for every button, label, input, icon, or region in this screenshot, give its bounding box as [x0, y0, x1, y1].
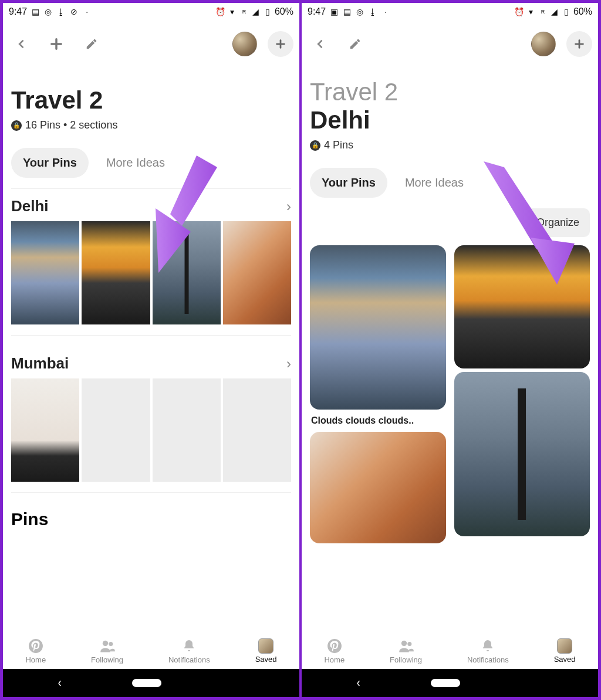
status-left: 9:47 ▣ ▤ ◎ ⭳ ·	[308, 6, 390, 17]
screenshot-right: 9:47 ▣ ▤ ◎ ⭳ · ⏰ ▾ R ◢ ▯ 60% Travel 2	[301, 2, 599, 698]
svg-point-15	[407, 642, 411, 646]
board-meta: 🔒 16 Pins • 2 sections	[11, 119, 291, 131]
svg-marker-11	[484, 161, 554, 249]
new-collaborator-button[interactable]	[566, 31, 592, 57]
nav-saved[interactable]: Saved	[554, 638, 576, 664]
system-nav: ‹	[3, 669, 299, 697]
board-meta-text: 16 Pins • 2 sections	[25, 119, 117, 131]
content-area: Travel 2 🔒 16 Pins • 2 sections Your Pin…	[3, 67, 299, 634]
nav-following[interactable]: Following	[390, 638, 422, 664]
bottom-nav: Home Following Notifications Saved	[302, 634, 598, 669]
system-home-pill[interactable]	[132, 679, 161, 687]
thumb-dress[interactable]	[11, 378, 79, 482]
screenshot-left: 9:47 ▤ ◎ ⭳ ⊘ · ⏰ ▾ R ◢ ▯ 60%	[2, 2, 300, 698]
nav-notifications[interactable]: Notifications	[168, 638, 210, 664]
nav-following-label: Following	[91, 655, 123, 664]
nav-home-label: Home	[324, 655, 345, 664]
nav-avatar-icon	[258, 638, 274, 654]
nav-notifications[interactable]: Notifications	[467, 638, 509, 664]
pin-image[interactable]	[310, 245, 446, 410]
svg-point-14	[401, 641, 406, 646]
pin-image[interactable]	[454, 372, 590, 536]
add-button[interactable]	[44, 32, 69, 56]
nav-saved-label: Saved	[255, 655, 277, 664]
svg-marker-12	[531, 238, 575, 285]
tab-more-ideas[interactable]: More Ideas	[393, 168, 475, 198]
battery-icon: ▯	[263, 7, 272, 16]
section-delhi-title: Delhi	[11, 197, 49, 215]
people-icon	[99, 638, 116, 654]
nav-avatar-icon	[557, 638, 572, 654]
section-mumbai-title: Mumbai	[11, 354, 69, 373]
edit-button[interactable]	[79, 32, 104, 56]
nav-saved[interactable]: Saved	[255, 638, 277, 664]
alarm-icon: ⏰	[515, 7, 524, 16]
dot-icon: ·	[82, 7, 92, 16]
new-collaborator-button[interactable]	[268, 31, 293, 57]
nav-notifications-label: Notifications	[467, 655, 509, 664]
section-mumbai[interactable]: Mumbai ›	[11, 346, 291, 378]
avatar[interactable]	[232, 32, 257, 56]
status-bar: 9:47 ▤ ◎ ⭳ ⊘ · ⏰ ▾ R ◢ ▯ 60%	[3, 3, 299, 21]
status-time: 9:47	[308, 6, 326, 17]
system-back-icon[interactable]: ‹	[58, 675, 62, 691]
system-home-pill[interactable]	[431, 679, 460, 687]
lock-icon: 🔒	[11, 120, 22, 131]
wifi-icon: ▾	[526, 7, 536, 16]
mumbai-thumbs[interactable]	[11, 378, 291, 493]
status-left: 9:47 ▤ ◎ ⭳ ⊘ ·	[9, 6, 92, 17]
pin-image[interactable]	[310, 432, 446, 543]
nav-saved-label: Saved	[554, 655, 576, 664]
section-meta: 🔒 4 Pins	[310, 139, 590, 151]
dot-icon: ·	[381, 7, 390, 16]
tab-your-pins[interactable]: Your Pins	[11, 148, 89, 178]
svg-marker-4	[170, 155, 217, 226]
download-icon: ⭳	[368, 7, 377, 16]
avatar[interactable]	[531, 32, 556, 56]
system-back-icon[interactable]: ‹	[357, 675, 360, 691]
thumb-placeholder[interactable]	[153, 378, 221, 482]
roaming-label: R	[538, 7, 548, 16]
bell-icon	[181, 638, 197, 654]
nav-home[interactable]: Home	[25, 638, 46, 664]
back-button[interactable]	[9, 32, 33, 56]
tab-your-pins[interactable]: Your Pins	[310, 168, 387, 198]
thumb-placeholder[interactable]	[223, 378, 291, 482]
content-area: Travel 2 Delhi 🔒 4 Pins Your Pins More I…	[302, 67, 598, 634]
annotation-arrow	[478, 161, 583, 290]
nav-home-label: Home	[25, 655, 46, 664]
svg-point-7	[102, 641, 107, 646]
nav-notifications-label: Notifications	[168, 655, 210, 664]
nav-home[interactable]: Home	[324, 638, 345, 664]
section-title: Delhi	[310, 106, 590, 134]
back-button[interactable]	[308, 32, 332, 56]
status-right: ⏰ ▾ R ◢ ▯ 60%	[216, 6, 293, 17]
thumb-woman[interactable]	[223, 221, 291, 324]
toolbar	[3, 21, 299, 67]
alarm-icon: ⏰	[216, 7, 225, 16]
battery-text: 60%	[275, 6, 293, 17]
pinterest-icon	[28, 638, 44, 654]
battery-icon: ▯	[562, 7, 571, 16]
doc-icon: ▤	[342, 7, 352, 16]
status-time: 9:47	[9, 6, 27, 17]
pins-heading: Pins	[11, 509, 291, 529]
battery-text: 60%	[573, 6, 592, 17]
edit-button[interactable]	[343, 32, 367, 56]
instagram-icon: ◎	[43, 7, 53, 16]
pin-card[interactable]: Clouds clouds clouds..	[310, 245, 446, 543]
thumb-sky[interactable]	[11, 221, 79, 324]
nav-following[interactable]: Following	[91, 638, 123, 664]
nav-following-label: Following	[390, 655, 422, 664]
pin-caption: Clouds clouds clouds..	[310, 413, 446, 428]
toolbar	[302, 21, 598, 67]
thumb-placeholder[interactable]	[82, 378, 150, 482]
instagram-icon: ◎	[355, 7, 364, 16]
status-right: ⏰ ▾ R ◢ ▯ 60%	[515, 6, 592, 17]
parent-board-title[interactable]: Travel 2	[310, 78, 590, 106]
section-meta-text: 4 Pins	[324, 139, 353, 151]
bell-icon	[480, 638, 496, 654]
svg-point-8	[109, 642, 113, 646]
system-nav: ‹	[302, 669, 598, 697]
chevron-right-icon: ›	[286, 356, 291, 372]
